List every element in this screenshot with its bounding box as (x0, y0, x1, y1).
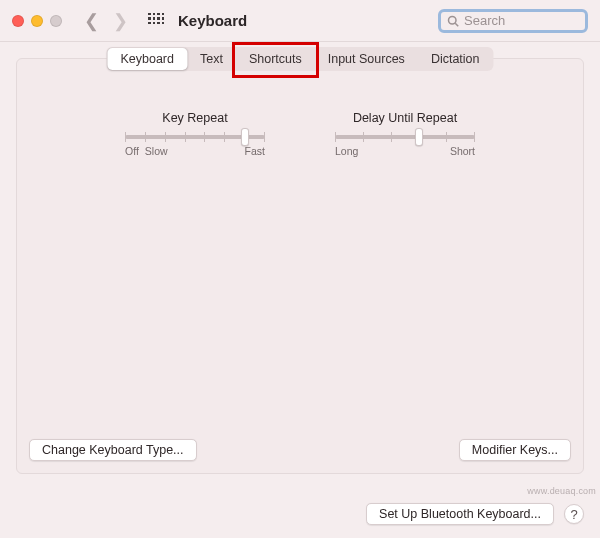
key-repeat-thumb[interactable] (241, 128, 249, 146)
titlebar: ❮ ❯ Keyboard Search (0, 0, 600, 42)
delay-repeat-labels: Long Short (335, 145, 475, 157)
svg-line-1 (455, 23, 458, 26)
key-repeat-off-label: Off (125, 145, 139, 157)
key-repeat-title: Key Repeat (125, 111, 265, 125)
watermark: www.deuaq.com (527, 486, 596, 496)
tab-bar: Keyboard Text Shortcuts Input Sources Di… (106, 47, 493, 71)
search-icon (447, 15, 459, 27)
panel-buttons: Change Keyboard Type... Modifier Keys... (29, 439, 571, 461)
maximize-icon (50, 15, 62, 27)
sliders-row: Key Repeat Off Slow Fast Delay Until Rep… (17, 111, 583, 157)
minimize-icon[interactable] (31, 15, 43, 27)
window-title: Keyboard (178, 12, 247, 29)
delay-repeat-long-label: Long (335, 145, 358, 157)
modifier-keys-button[interactable]: Modifier Keys... (459, 439, 571, 461)
close-icon[interactable] (12, 15, 24, 27)
delay-repeat-thumb[interactable] (415, 128, 423, 146)
delay-repeat-title: Delay Until Repeat (335, 111, 475, 125)
key-repeat-slow-label: Slow (145, 145, 168, 157)
footer: Set Up Bluetooth Keyboard... ? (0, 490, 600, 538)
delay-repeat-group: Delay Until Repeat Long Short (335, 111, 475, 157)
apps-grid-icon[interactable] (148, 13, 164, 29)
key-repeat-labels: Off Slow Fast (125, 145, 265, 157)
tab-text[interactable]: Text (187, 48, 236, 70)
settings-panel: Keyboard Text Shortcuts Input Sources Di… (16, 58, 584, 474)
key-repeat-group: Key Repeat Off Slow Fast (125, 111, 265, 157)
forward-button: ❯ (113, 12, 128, 30)
nav-arrows: ❮ ❯ (84, 12, 128, 30)
help-button[interactable]: ? (564, 504, 584, 524)
delay-repeat-slider[interactable] (335, 135, 475, 139)
key-repeat-slider[interactable] (125, 135, 265, 139)
key-repeat-fast-label: Fast (245, 145, 265, 157)
tab-keyboard[interactable]: Keyboard (107, 48, 187, 70)
back-button[interactable]: ❮ (84, 12, 99, 30)
window-controls (12, 15, 62, 27)
search-placeholder: Search (464, 13, 505, 28)
delay-repeat-short-label: Short (450, 145, 475, 157)
change-keyboard-type-button[interactable]: Change Keyboard Type... (29, 439, 197, 461)
setup-bluetooth-button[interactable]: Set Up Bluetooth Keyboard... (366, 503, 554, 525)
tab-input-sources[interactable]: Input Sources (315, 48, 418, 70)
tab-shortcuts[interactable]: Shortcuts (236, 48, 315, 70)
content-area: Keyboard Text Shortcuts Input Sources Di… (0, 42, 600, 490)
search-input[interactable]: Search (438, 9, 588, 33)
svg-point-0 (449, 16, 457, 24)
tab-dictation[interactable]: Dictation (418, 48, 493, 70)
